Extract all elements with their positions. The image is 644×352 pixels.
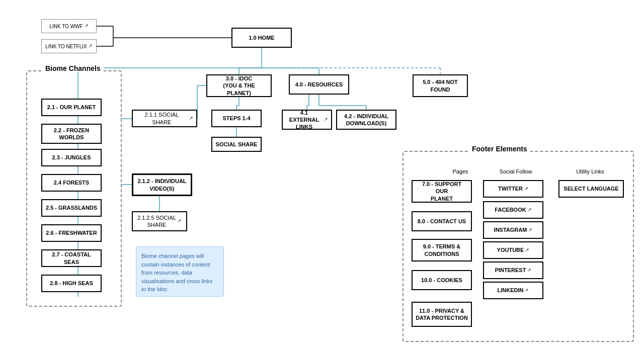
biome-item-1[interactable]: 2.2 - FROZEN WORLDS	[41, 124, 102, 144]
home-node: 1.0 HOME	[231, 28, 292, 48]
link-wwf-node[interactable]: LINK TO WWF	[41, 19, 97, 33]
biome-item-5[interactable]: 2.6 - FRESHWATER	[41, 224, 102, 242]
not-found-node: 5.0 - 404 NOT FOUND	[413, 74, 468, 97]
social-share-step-node: SOCIAL SHARE	[211, 137, 262, 152]
individual-video-node: 2.1.2 - INDIVIDUAL VIDEO(S)	[132, 173, 192, 196]
footer-title: Footer Elements	[469, 145, 530, 153]
cookies-node[interactable]: 10.0 - COOKIES	[412, 270, 472, 290]
footer-col-social: Social Follow	[486, 168, 546, 174]
support-node[interactable]: 7.0 - SUPPORT OUR PLANET	[412, 180, 472, 203]
biome-item-0[interactable]: 2.1 - OUR PLANET	[41, 99, 102, 116]
social-share-211-node: 2.1.1 SOCIAL SHARE	[132, 110, 197, 127]
diagram: LINK TO WWF LINK TO NETFLIX 1.0 HOME 3.0…	[0, 0, 644, 352]
idoc-node: 3.0 - IDOC (YOU & THE PLANET)	[206, 74, 272, 97]
footer-col-pages: Pages	[430, 168, 491, 174]
pinterest-node[interactable]: PINTEREST	[483, 261, 543, 279]
twitter-node[interactable]: TWITTER	[483, 180, 543, 198]
individual-dl-node: 4.2 - INDIVIDUAL DOWNLOAD(S)	[336, 110, 396, 130]
youtube-node[interactable]: YOUTUBE	[483, 241, 543, 259]
biome-item-6[interactable]: 2.7 - COASTAL SEAS	[41, 249, 102, 267]
link-netflix-node[interactable]: LINK TO NETFLIX	[41, 39, 97, 53]
biome-item-3[interactable]: 2.4 FORESTS	[41, 174, 102, 192]
steps-node: STEPS 1-4	[211, 110, 262, 127]
biome-item-7[interactable]: 2.8 - HIGH SEAS	[41, 275, 102, 292]
footer-col-utility: Utility Links	[557, 168, 623, 174]
resources-node: 4.0 - RESOURCES	[289, 74, 349, 95]
biome-item-4[interactable]: 2.5 - GRASSLANDS	[41, 199, 102, 217]
instagram-node[interactable]: INSTAGRAM	[483, 221, 543, 239]
terms-node[interactable]: 9.0 - TERMS & CONDITIONS	[412, 239, 472, 261]
linkedin-node[interactable]: LINKEDIN	[483, 282, 543, 299]
biome-note: Biome channel pages will contain instanc…	[136, 246, 224, 297]
biome-item-2[interactable]: 2.3 - JUNGLES	[41, 149, 102, 166]
contact-node[interactable]: 8.0 - CONTACT US	[412, 211, 472, 231]
social-share-2125-node: 2.1.2.5 SOCIAL SHARE	[132, 211, 187, 231]
select-language-node[interactable]: SELECT LANGUAGE	[558, 180, 624, 198]
privacy-node[interactable]: 11.0 - PRIVACY & DATA PROTECTION	[412, 302, 472, 327]
facebook-node[interactable]: FACEBOOK	[483, 201, 543, 219]
biome-title: Biome Channels	[42, 64, 104, 72]
external-links-node: 4.1 EXTERNAL LINKS	[282, 110, 332, 130]
